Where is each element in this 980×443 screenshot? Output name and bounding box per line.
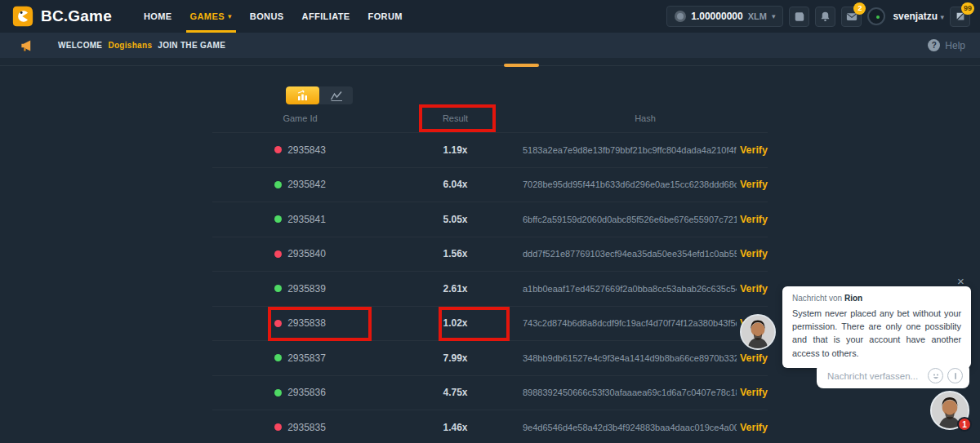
agent-photo: [742, 316, 774, 348]
game-id-cell: 2935841: [212, 214, 388, 225]
result-status-dot: [274, 215, 282, 223]
chat-badge: 99: [961, 2, 974, 15]
verify-link[interactable]: Verify: [740, 214, 768, 225]
brand-title: BC.Game: [41, 7, 112, 25]
game-id-cell: 2935835: [212, 422, 388, 433]
result-value: 7.99x: [388, 352, 523, 364]
nav-home[interactable]: HOME: [135, 0, 181, 33]
hash-cell: 5183a2ea7e9d8e13fb79bbf21bc9ffc804dada4a…: [523, 144, 768, 156]
bar-chart-icon: [296, 90, 310, 101]
wallet-button[interactable]: [789, 7, 809, 27]
game-id[interactable]: 2935841: [287, 214, 326, 225]
verify-link[interactable]: Verify: [740, 144, 768, 156]
table-row: 2935837 7.99x 348bb9db61527e4c9f3e4a1414…: [212, 340, 768, 375]
nav-bonus[interactable]: BONUS: [241, 0, 293, 33]
game-id[interactable]: 2935838: [287, 317, 326, 329]
attachment-icon[interactable]: [947, 368, 963, 383]
support-avatar[interactable]: 1: [930, 391, 969, 430]
balance-selector[interactable]: 1.00000000 XLM ▾: [666, 6, 783, 27]
game-history-table: Game Id Result Hash 2935843 1.19x 5183a2…: [212, 104, 768, 443]
verify-link[interactable]: Verify: [740, 179, 768, 190]
verify-link[interactable]: Verify: [740, 248, 768, 259]
result-status-dot: [274, 146, 282, 153]
coin-icon: [675, 11, 686, 22]
verify-link[interactable]: Verify: [740, 283, 768, 295]
game-id[interactable]: 2935839: [287, 283, 326, 295]
result-status-dot: [274, 181, 282, 188]
table-row: 2935841 5.05x 6bffc2a59159d2060d0abc85f5…: [212, 202, 768, 237]
hash-value: ddd7f521e87769103ecf94ea35da50ee354efd1c…: [523, 249, 737, 259]
game-id[interactable]: 2935835: [287, 422, 326, 433]
smiley-glyph: [931, 371, 941, 381]
result-value: 1.02x: [388, 317, 523, 329]
table-body: 2935843 1.19x 5183a2ea7e9d8e13fb79bbf21b…: [212, 132, 768, 443]
chat-sender-name: Rion: [844, 294, 862, 303]
nav-forum[interactable]: FORUM: [359, 0, 412, 33]
result-value: 2.61x: [388, 283, 523, 295]
result-value: 1.46x: [388, 422, 523, 433]
nav-games[interactable]: GAMES▾: [181, 0, 241, 33]
result-status-dot: [274, 389, 282, 396]
verify-link[interactable]: Verify: [740, 422, 768, 433]
result-status-dot: [274, 320, 282, 327]
user-avatar[interactable]: [867, 7, 885, 25]
hash-value: 8988392450666c53f30afaaaea69c1d6a7c0407e…: [523, 388, 737, 397]
result-value: 6.04x: [388, 179, 523, 190]
close-icon[interactable]: ×: [957, 275, 964, 287]
chevron-down-icon: ▾: [940, 13, 944, 21]
bar-glyph: [951, 371, 960, 381]
game-id[interactable]: 2935842: [287, 179, 326, 190]
game-id-cell: 2935842: [212, 179, 388, 190]
header-hash: Hash: [523, 113, 768, 123]
result-value: 1.56x: [388, 248, 523, 259]
chat-button[interactable]: 99: [950, 7, 970, 27]
messages-button[interactable]: 2: [841, 7, 862, 27]
page: BC.Game HOME GAMES▾ BONUS AFFILIATE FORU…: [0, 0, 980, 443]
game-id-cell: 2935839: [212, 283, 388, 295]
table-row: 2935835 1.46x 9e4d6546d4e58a42d3b4f92488…: [212, 410, 768, 443]
emoji-icon[interactable]: [928, 368, 943, 383]
chat-input[interactable]: [827, 371, 924, 381]
question-icon: ?: [928, 39, 940, 51]
hash-cell: ddd7f521e87769103ecf94ea35da50ee354efd1c…: [523, 248, 768, 259]
result-value: 5.05x: [388, 214, 523, 225]
result-value: 1.19x: [388, 144, 523, 156]
bcgame-logo-icon[interactable]: [11, 5, 34, 28]
bar-chart-view-button[interactable]: [286, 86, 319, 104]
verify-link[interactable]: Verify: [740, 387, 768, 398]
chevron-down-icon: ▾: [228, 12, 232, 20]
top-navbar: BC.Game HOME GAMES▾ BONUS AFFILIATE FORU…: [0, 0, 980, 33]
notifications-button[interactable]: [815, 7, 835, 27]
trend-view-button[interactable]: [319, 86, 353, 104]
hash-cell: 348bb9db61527e4c9f3e4a1414d9b8ba66ce8970…: [523, 352, 768, 364]
game-id[interactable]: 2935843: [287, 144, 326, 156]
game-id[interactable]: 2935837: [287, 352, 326, 364]
help-button[interactable]: ? Help: [928, 39, 965, 51]
hash-value: 7028be95dd95f441b633d6d296e0ae15cc6238dd…: [523, 179, 737, 189]
hash-cell: 7028be95dd95f441b633d6d296e0ae15cc6238dd…: [523, 179, 768, 190]
nav-affiliate[interactable]: AFFILIATE: [293, 0, 359, 33]
hash-cell: 743c2d874b6d8a8dcdf9fc19acf4d70f74f12a38…: [523, 317, 768, 329]
panel-collapse-handle[interactable]: [504, 64, 539, 67]
balance-currency: XLM: [748, 11, 767, 21]
game-id[interactable]: 2935836: [287, 387, 326, 398]
chevron-down-icon: ▾: [772, 12, 776, 20]
table-row: 2935843 1.19x 5183a2ea7e9d8e13fb79bbf21b…: [212, 132, 768, 167]
result-status-dot: [274, 250, 282, 258]
announced-username: Dogishans: [108, 41, 152, 50]
verify-link[interactable]: Verify: [740, 352, 768, 364]
chat-message-card: Nachricht von Rion System never placed a…: [782, 286, 971, 368]
balance-amount: 1.00000000: [691, 11, 742, 22]
table-row: 2935838 1.02x 743c2d874b6d8a8dcdf9fc19ac…: [212, 306, 768, 341]
agent-avatar[interactable]: [740, 314, 776, 350]
result-value: 4.75x: [388, 387, 523, 398]
table-row: 2935840 1.56x ddd7f521e87769103ecf94ea35…: [212, 237, 768, 272]
chat-input-bar: [817, 363, 969, 388]
table-header: Game Id Result Hash: [212, 104, 768, 132]
hash-cell: 9e4d6546d4e58a42d3b4f924883baa4daac019ce…: [523, 422, 768, 433]
chat-message-meta: Nachricht von Rion: [792, 294, 961, 303]
bell-icon: [820, 11, 831, 22]
game-id[interactable]: 2935840: [287, 248, 326, 259]
announcement-bar: WELCOME Dogishans JOIN THE GAME ? Help: [0, 33, 980, 58]
username-menu[interactable]: svenjatzu ▾: [893, 11, 944, 22]
